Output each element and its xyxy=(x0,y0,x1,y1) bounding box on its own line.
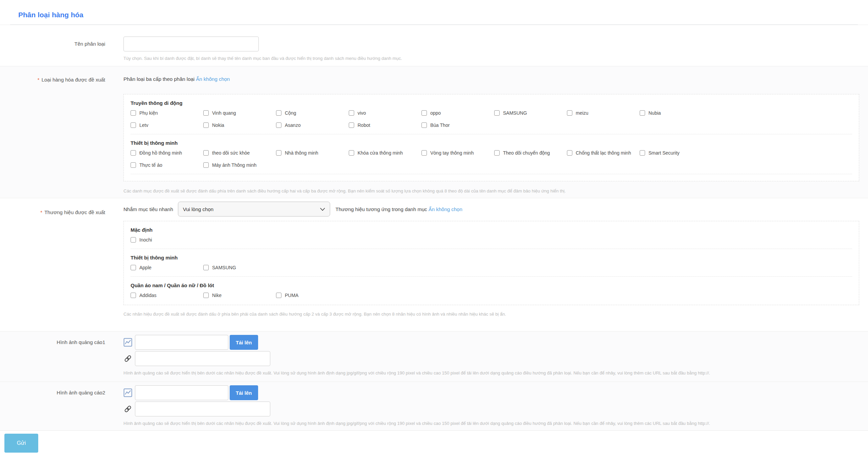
banner-2-url-input[interactable] xyxy=(135,402,270,416)
checkbox-icon[interactable] xyxy=(131,293,136,298)
banner-1-image-input[interactable] xyxy=(135,335,228,350)
checkbox-label: Smart Security xyxy=(648,150,680,156)
checkbox-icon[interactable] xyxy=(567,150,572,156)
checkbox-label: SAMSUNG xyxy=(503,110,527,116)
checkbox-option[interactable]: Nokia xyxy=(203,122,276,129)
checkbox-option[interactable]: Robot xyxy=(349,122,421,129)
form-footer: Gửi xyxy=(0,430,868,453)
checkbox-option[interactable]: Đồng hồ thông minh xyxy=(131,150,203,156)
checkbox-label: Chống thất lạc thông minh xyxy=(576,150,631,156)
checkbox-label: Inochi xyxy=(139,236,152,243)
checkbox-group: Phụ kiện điện thoại di động xyxy=(131,174,852,181)
checkbox-option[interactable]: Vinh quang xyxy=(203,110,276,116)
checkbox-icon[interactable] xyxy=(421,122,427,128)
checkbox-icon[interactable] xyxy=(567,110,572,116)
checkbox-option[interactable]: PUMA xyxy=(276,292,349,299)
checkbox-group-title: Thiết bị thông minh xyxy=(131,254,852,261)
category-checkbox-panel: Truyền thông di độngPhụ kiệnVinh quangCộ… xyxy=(123,94,859,181)
checkbox-option[interactable]: Thực tế ảo xyxy=(131,162,203,168)
checkbox-label: Vinh quang xyxy=(212,110,236,116)
checkbox-icon[interactable] xyxy=(131,150,136,156)
checkbox-icon[interactable] xyxy=(276,150,281,156)
checkbox-label: Nubia xyxy=(648,110,661,116)
checkbox-label: Robot xyxy=(358,122,370,129)
checkbox-label: PUMA xyxy=(285,292,298,299)
checkbox-group: Quần áo nam / Quần áo nữ / Đồ lótAddidas… xyxy=(131,276,852,299)
checkbox-option[interactable]: Nike xyxy=(203,292,276,299)
checkbox-icon[interactable] xyxy=(131,162,136,168)
banner-1-upload-button[interactable]: Tải lên xyxy=(230,335,258,350)
category-name-input[interactable] xyxy=(123,37,259,51)
checkbox-label: Đồng hồ thông minh xyxy=(139,150,182,156)
checkbox-icon[interactable] xyxy=(131,110,136,116)
checkbox-option[interactable]: Apple xyxy=(131,264,203,271)
checkbox-label: Nike xyxy=(212,292,222,299)
checkbox-option[interactable]: Smart Security xyxy=(640,150,712,156)
checkbox-label: Nokia xyxy=(212,122,224,129)
checkbox-label: Apple xyxy=(139,264,152,271)
checkbox-label: Thực tế ảo xyxy=(139,162,162,168)
quick-target-label: Nhắm mục tiêu nhanh xyxy=(123,206,173,212)
checkbox-option[interactable]: Addidas xyxy=(131,292,203,299)
checkbox-icon[interactable] xyxy=(131,122,136,128)
checkbox-icon[interactable] xyxy=(203,162,209,168)
form-row-banner-2: Hình ảnh quảng cáo2 Tải lên Hình ảnh quả… xyxy=(0,382,868,430)
checkbox-icon[interactable] xyxy=(349,150,354,156)
quick-target-select[interactable]: Vui lòng chọn xyxy=(178,202,330,216)
checkbox-option[interactable]: Nhà thông minh xyxy=(276,150,349,156)
checkbox-label: theo dõi sức khỏe xyxy=(212,150,250,156)
checkbox-icon[interactable] xyxy=(276,293,281,298)
checkbox-icon[interactable] xyxy=(276,122,281,128)
checkbox-option[interactable]: Theo dõi chuyển động xyxy=(494,150,567,156)
checkbox-option[interactable]: Máy ảnh Thông minh xyxy=(203,162,276,168)
submit-button[interactable]: Gửi xyxy=(4,434,38,453)
checkbox-icon[interactable] xyxy=(131,237,136,243)
checkbox-icon[interactable] xyxy=(421,110,427,116)
checkbox-icon[interactable] xyxy=(421,150,427,156)
checkbox-icon[interactable] xyxy=(349,122,354,128)
link-icon xyxy=(123,355,132,363)
banner-2-image-input[interactable] xyxy=(135,385,228,400)
checkbox-icon[interactable] xyxy=(203,293,209,298)
checkbox-option[interactable]: oppo xyxy=(421,110,494,116)
checkbox-icon[interactable] xyxy=(203,265,209,270)
checkbox-icon[interactable] xyxy=(203,122,209,128)
checkbox-group-title: Thiết bị thông minh xyxy=(131,140,852,146)
checkbox-option[interactable]: theo dõi sức khỏe xyxy=(203,150,276,156)
form-row-category-name: Tên phân loại Tùy chọn. Sau khi bí danh … xyxy=(0,25,868,66)
checkbox-option[interactable]: Inochi xyxy=(131,236,203,243)
brands-hide-unselected-link[interactable]: Ẩn không chọn xyxy=(429,206,462,212)
checkbox-option[interactable]: meizu xyxy=(567,110,640,116)
checkbox-icon[interactable] xyxy=(640,110,645,116)
checkbox-option[interactable]: Chống thất lạc thông minh xyxy=(567,150,640,156)
form-row-suggested-brands: *Thương hiệu được đề xuất Nhắm mục tiêu … xyxy=(0,198,868,331)
banner-2-help: Hình ảnh quảng cáo sẽ được hiển thị bên … xyxy=(123,420,859,426)
checkbox-icon[interactable] xyxy=(131,265,136,270)
checkbox-option[interactable]: Asanzo xyxy=(276,122,349,129)
checkbox-icon[interactable] xyxy=(349,110,354,116)
checkbox-option[interactable]: SAMSUNG xyxy=(494,110,567,116)
checkbox-option[interactable]: Letv xyxy=(131,122,203,129)
banner-2-upload-button[interactable]: Tải lên xyxy=(230,385,258,400)
checkbox-icon[interactable] xyxy=(203,110,209,116)
banner-1-url-input[interactable] xyxy=(135,351,270,366)
checkbox-icon[interactable] xyxy=(276,110,281,116)
checkbox-icon[interactable] xyxy=(494,110,500,116)
checkbox-label: SAMSUNG xyxy=(212,264,236,271)
checkbox-icon[interactable] xyxy=(640,150,645,156)
checkbox-option[interactable]: Nubia xyxy=(640,110,712,116)
checkbox-option[interactable]: Búa Thor xyxy=(421,122,494,129)
checkbox-label: Letv xyxy=(139,122,148,129)
checkbox-option[interactable]: SAMSUNG xyxy=(203,264,276,271)
checkbox-option[interactable]: Phụ kiện xyxy=(131,110,203,116)
checkbox-option[interactable]: Cộng xyxy=(276,110,349,116)
checkbox-icon[interactable] xyxy=(494,150,500,156)
checkbox-group-title: Mặc định xyxy=(131,227,852,233)
categories-hide-unselected-link[interactable]: Ẩn không chọn xyxy=(196,76,230,82)
checkbox-option[interactable]: vivo xyxy=(349,110,421,116)
checkbox-option[interactable]: Vòng tay thông minh xyxy=(421,150,494,156)
checkbox-icon[interactable] xyxy=(203,150,209,156)
banner-1-help: Hình ảnh quảng cáo sẽ được hiển thị bên … xyxy=(123,370,859,376)
checkbox-option[interactable]: Khóa cửa thông minh xyxy=(349,150,421,156)
link-icon xyxy=(123,405,132,413)
